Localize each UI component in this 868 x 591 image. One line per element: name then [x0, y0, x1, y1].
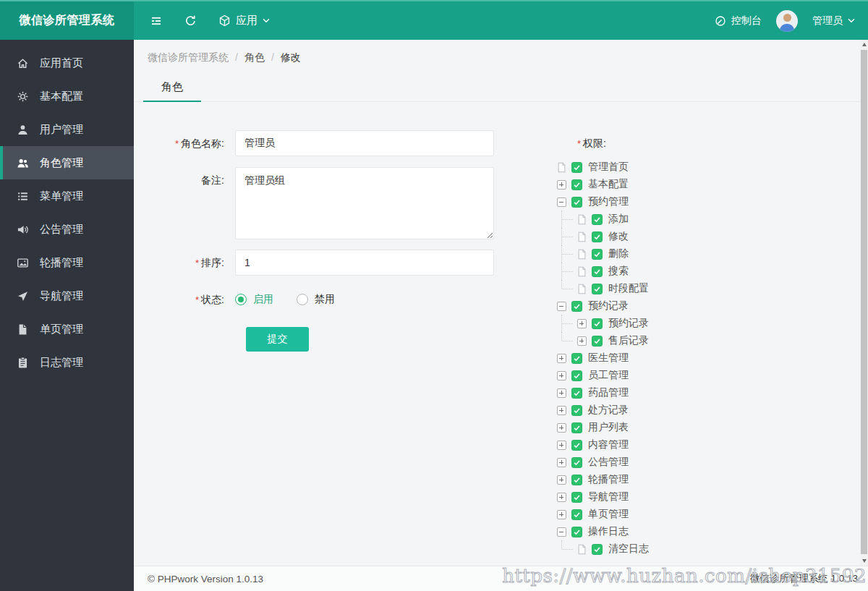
sidebar-item-carousel[interactable]: 轮播管理: [0, 246, 134, 279]
tree-node-label[interactable]: 添加: [603, 213, 629, 226]
checkbox-checked-icon[interactable]: [571, 370, 582, 381]
sidebar-item-config[interactable]: 基本配置: [0, 80, 134, 113]
checkbox-checked-icon[interactable]: [592, 214, 603, 225]
refresh-button[interactable]: [184, 14, 197, 27]
tree-row: 操作日志: [556, 523, 649, 540]
tree-node-label[interactable]: 公告管理: [582, 456, 629, 469]
breadcrumb-item[interactable]: 微信诊所管理系统: [148, 51, 229, 63]
check-icon: [573, 493, 581, 501]
sort-input[interactable]: [235, 250, 494, 276]
checkbox-checked-icon[interactable]: [571, 388, 582, 399]
checkbox-checked-icon[interactable]: [571, 527, 582, 537]
tree-node-label[interactable]: 搜索: [603, 265, 629, 278]
expand-plus-icon[interactable]: [557, 371, 566, 380]
tree-node-label[interactable]: 基本配置: [582, 178, 629, 191]
breadcrumb-item[interactable]: 角色: [244, 51, 265, 63]
tree-node-label[interactable]: 清空日志: [603, 543, 649, 556]
sidebar: 应用首页 基本配置 用户管理 角色管理 菜单管理 公告管理 轮播管理 导航管理 …: [0, 40, 134, 591]
radio-checked-icon[interactable]: [235, 294, 247, 305]
sidebar-item-users[interactable]: 用户管理: [0, 113, 134, 146]
tree-node-label[interactable]: 内容管理: [582, 438, 629, 451]
tree-node-label[interactable]: 预约记录: [603, 317, 649, 330]
checkbox-checked-icon[interactable]: [592, 266, 603, 277]
app-menu-dropdown[interactable]: 应用: [218, 14, 270, 27]
sidebar-item-home[interactable]: 应用首页: [0, 46, 134, 80]
checkbox-checked-icon[interactable]: [571, 422, 582, 433]
expand-plus-icon[interactable]: [557, 510, 566, 519]
checkbox-checked-icon[interactable]: [592, 336, 603, 346]
tree-node-label[interactable]: 管理首页: [582, 161, 629, 174]
user-menu-dropdown[interactable]: 管理员: [812, 14, 855, 27]
checkbox-checked-icon[interactable]: [571, 353, 582, 364]
scrollbar-thumb[interactable]: [861, 50, 867, 554]
tree-node-label[interactable]: 员工管理: [582, 369, 629, 382]
tab-role[interactable]: 角色: [143, 75, 201, 102]
expand-plus-icon[interactable]: [557, 388, 566, 398]
checkbox-checked-icon[interactable]: [592, 544, 603, 555]
checkbox-checked-icon[interactable]: [571, 440, 582, 451]
user-avatar[interactable]: [776, 10, 798, 32]
tree-node-label[interactable]: 删除: [603, 247, 629, 260]
checkbox-checked-icon[interactable]: [571, 405, 582, 416]
expand-plus-icon[interactable]: [557, 458, 566, 467]
expand-plus-icon[interactable]: [557, 354, 566, 363]
tree-node-label[interactable]: 单页管理: [582, 508, 629, 521]
sidebar-item-menus[interactable]: 菜单管理: [0, 179, 134, 213]
tree-node-label[interactable]: 预约管理: [582, 195, 629, 208]
file-icon: [577, 544, 587, 555]
checkbox-checked-icon[interactable]: [571, 162, 582, 173]
expand-plus-icon[interactable]: [557, 180, 566, 190]
console-link[interactable]: 控制台: [715, 14, 762, 27]
checkbox-checked-icon[interactable]: [592, 284, 603, 294]
scroll-up-arrow[interactable]: [860, 40, 868, 49]
expand-plus-icon[interactable]: [557, 423, 566, 433]
checkbox-checked-icon[interactable]: [571, 492, 582, 503]
sidebar-item-roles[interactable]: 角色管理: [0, 146, 134, 179]
checkbox-checked-icon[interactable]: [571, 197, 582, 208]
tree-node-label[interactable]: 修改: [603, 230, 629, 243]
checkbox-checked-icon[interactable]: [571, 301, 582, 312]
vertical-scrollbar[interactable]: [860, 40, 868, 566]
tree-node-label[interactable]: 用户列表: [582, 421, 629, 434]
tree-node-label[interactable]: 医生管理: [582, 352, 629, 365]
radio-disabled[interactable]: 禁用: [297, 293, 335, 306]
radio-enabled[interactable]: 启用: [235, 293, 273, 306]
checkbox-checked-icon[interactable]: [571, 179, 582, 190]
tree-node-label[interactable]: 操作日志: [582, 525, 629, 538]
checkbox-checked-icon[interactable]: [592, 249, 603, 260]
submit-button[interactable]: 提交: [246, 327, 309, 352]
collapse-minus-icon[interactable]: [557, 302, 566, 311]
expand-plus-icon[interactable]: [557, 406, 566, 415]
sidebar-item-navigate[interactable]: 导航管理: [0, 279, 134, 312]
expand-plus-icon[interactable]: [557, 493, 566, 502]
role-name-input[interactable]: [235, 130, 494, 156]
expand-plus-icon[interactable]: [577, 319, 587, 328]
sidebar-collapse-button[interactable]: [150, 15, 163, 27]
tree-node-label[interactable]: 导航管理: [582, 490, 629, 503]
sidebar-item-pages[interactable]: 单页管理: [0, 312, 134, 346]
collapse-minus-icon[interactable]: [557, 197, 566, 207]
expand-plus-icon[interactable]: [557, 441, 566, 450]
tree-node-label[interactable]: 售后记录: [603, 334, 649, 347]
collapse-minus-icon[interactable]: [557, 527, 566, 537]
checkbox-checked-icon[interactable]: [571, 509, 582, 520]
tree-node: 添加: [561, 211, 649, 228]
checkbox-checked-icon[interactable]: [571, 475, 582, 485]
sidebar-item-logs[interactable]: 日志管理: [0, 346, 134, 379]
tree-node-label[interactable]: 轮播管理: [582, 473, 629, 486]
checkbox-checked-icon[interactable]: [592, 231, 603, 242]
tree-node-label[interactable]: 预约记录: [582, 299, 629, 312]
expand-plus-icon[interactable]: [557, 475, 566, 485]
sidebar-item-notice[interactable]: 公告管理: [0, 213, 134, 246]
tree-node-label[interactable]: 药品管理: [582, 386, 629, 399]
sort-label: *排序:: [148, 250, 235, 276]
radio-unchecked-icon[interactable]: [297, 294, 308, 305]
scroll-down-arrow[interactable]: [860, 556, 868, 566]
expand-plus-icon[interactable]: [577, 336, 587, 346]
tree-row: 预约记录: [561, 315, 649, 332]
checkbox-checked-icon[interactable]: [571, 457, 582, 468]
checkbox-checked-icon[interactable]: [592, 318, 603, 329]
remark-textarea[interactable]: 管理员组: [235, 167, 494, 239]
tree-node-label[interactable]: 处方记录: [582, 404, 629, 417]
tree-node-label[interactable]: 时段配置: [603, 282, 649, 295]
